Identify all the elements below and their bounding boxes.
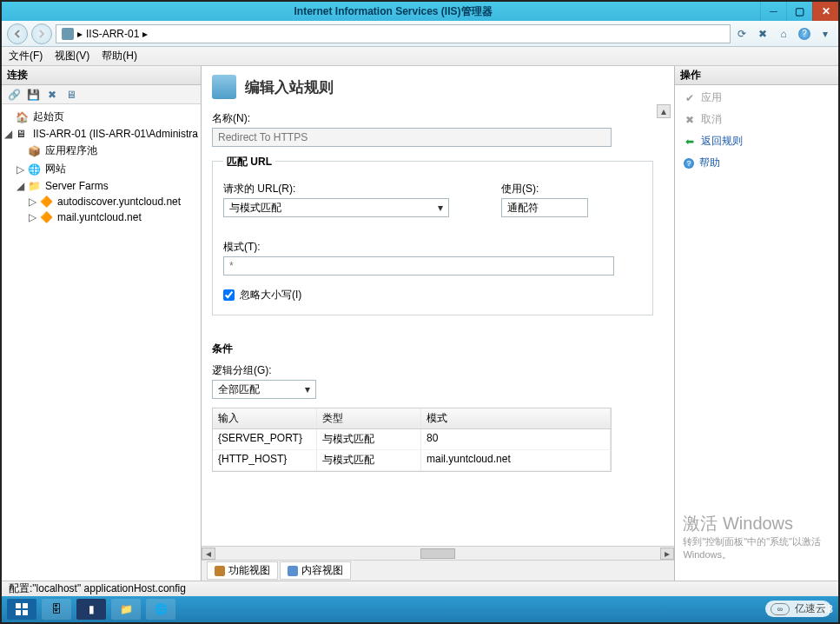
status-text: 配置:"localhost" applicationHost.config xyxy=(9,581,186,596)
view-tab-strip: 功能视图 内容视图 xyxy=(202,560,674,581)
stop-icon[interactable]: ✖ xyxy=(755,26,771,42)
nav-bar: ▸ IIS-ARR-01 ▸ ⟳ ✖ ⌂ ? ▾ xyxy=(2,21,838,47)
logical-grouping-select[interactable]: 全部匹配 ▾ xyxy=(212,380,316,399)
menu-file[interactable]: 文件(F) xyxy=(9,49,43,63)
nav-forward-button[interactable] xyxy=(31,23,52,44)
cell-type: 与模式匹配 xyxy=(317,429,421,449)
connections-toolbar: 🔗 💾 ✖ 🖥 xyxy=(2,85,201,104)
horizontal-scrollbar[interactable]: ◂ ▸ xyxy=(202,546,674,560)
refresh-tree-icon[interactable]: 🖥 xyxy=(64,88,78,102)
sites-icon: 🌐 xyxy=(28,163,42,176)
ignore-case-label: 忽略大小写(I) xyxy=(240,288,301,302)
select-value: 通配符 xyxy=(507,201,539,216)
svg-rect-0 xyxy=(16,603,21,608)
nav-help-icon[interactable]: ? xyxy=(797,26,812,42)
menu-help[interactable]: 帮助(H) xyxy=(102,49,137,63)
cell-input: {HTTP_HOST} xyxy=(213,450,317,470)
action-label: 帮助 xyxy=(699,156,720,170)
scroll-right-button[interactable]: ▸ xyxy=(660,548,674,560)
tree-farm-autodiscover[interactable]: ▷🔶 autodiscover.yuntcloud.net xyxy=(3,194,199,209)
pattern-label: 模式(T): xyxy=(223,240,642,255)
minimize-button[interactable]: ─ xyxy=(760,2,786,21)
using-select[interactable]: 通配符 xyxy=(501,198,588,217)
table-row[interactable]: {SERVER_PORT} 与模式匹配 80 xyxy=(213,429,611,450)
maximize-button[interactable]: ▢ xyxy=(786,2,812,21)
back-arrow-icon: ⬅ xyxy=(684,136,696,148)
taskbar-powershell[interactable]: ▮ xyxy=(76,599,106,620)
nav-back-button[interactable] xyxy=(7,23,28,44)
col-input[interactable]: 输入 xyxy=(213,408,317,428)
tab-label: 内容视图 xyxy=(301,563,343,578)
rule-name-input[interactable] xyxy=(212,128,612,147)
col-pattern[interactable]: 模式 xyxy=(421,408,611,428)
conditions-table: 输入 类型 模式 {SERVER_PORT} 与模式匹配 80 {HTTP_HO… xyxy=(212,408,612,472)
pattern-input[interactable] xyxy=(223,256,614,275)
start-button[interactable] xyxy=(7,599,36,620)
home-icon[interactable]: ⌂ xyxy=(776,26,791,42)
tree-server-node[interactable]: ◢🖥 IIS-ARR-01 (IIS-ARR-01\Administra xyxy=(3,126,199,142)
taskbar: 🗄 ▮ 📁 🌐 10:38 xyxy=(2,596,838,622)
brand-text: 亿速云 xyxy=(795,601,826,616)
tree-server-farms[interactable]: ◢📁 Server Farms xyxy=(3,178,199,194)
connections-panel: 连接 🔗 💾 ✖ 🖥 🏠 起始页 ◢🖥 IIS-ARR-01 (IIS-ARR-… xyxy=(2,66,202,581)
conditions-section: 条件 逻辑分组(G): 全部匹配 ▾ 输入 类型 模式 {SERVER_PORT… xyxy=(212,342,653,472)
taskbar-iis-manager[interactable]: 🌐 xyxy=(146,599,175,620)
refresh-icon[interactable]: ⟳ xyxy=(734,26,750,42)
apply-icon: ✔ xyxy=(684,92,696,104)
features-icon xyxy=(215,566,225,576)
brand-badge: ∞ 亿速云 xyxy=(765,601,831,617)
brand-logo-icon: ∞ xyxy=(771,603,790,615)
taskbar-server-manager[interactable]: 🗄 xyxy=(42,599,71,620)
tree-label: Server Farms xyxy=(45,180,109,192)
actions-header: 操作 xyxy=(675,66,838,85)
delete-icon[interactable]: ✖ xyxy=(45,88,59,102)
nav-dropdown-icon[interactable]: ▾ xyxy=(817,26,833,42)
scroll-up-button[interactable]: ▴ xyxy=(657,104,671,118)
content-icon xyxy=(288,566,298,576)
main-content: 编辑入站规则 ▴ 名称(N): 匹配 URL 请求的 URL(R): 与模式匹配… xyxy=(202,66,675,581)
form-area: ▴ 名称(N): 匹配 URL 请求的 URL(R): 与模式匹配 ▾ 使用(S… xyxy=(202,104,674,546)
table-row[interactable]: {HTTP_HOST} 与模式匹配 mail.yuntcloud.net xyxy=(213,450,611,471)
connections-tree: 🏠 起始页 ◢🖥 IIS-ARR-01 (IIS-ARR-01\Administ… xyxy=(2,104,201,581)
col-type[interactable]: 类型 xyxy=(317,408,421,428)
window-title: Internet Information Services (IIS)管理器 xyxy=(26,4,760,19)
cell-type: 与模式匹配 xyxy=(317,450,421,470)
close-button[interactable]: ✕ xyxy=(812,2,838,21)
startpage-icon: 🏠 xyxy=(16,111,30,123)
tree-start-page[interactable]: 🏠 起始页 xyxy=(3,108,199,126)
action-back-to-rules[interactable]: ⬅ 返回规则 xyxy=(684,134,830,149)
tree-farm-mail[interactable]: ▷🔶 mail.yuntcloud.net xyxy=(3,209,199,225)
breadcrumb-sep: ▸ xyxy=(77,28,83,40)
taskbar-explorer[interactable]: 📁 xyxy=(111,599,141,620)
tree-sites[interactable]: ▷🌐 网站 xyxy=(3,160,199,178)
tree-label: 网站 xyxy=(45,162,66,176)
action-help[interactable]: ? 帮助 xyxy=(684,156,830,170)
action-label: 应用 xyxy=(701,90,722,105)
farms-icon: 📁 xyxy=(28,180,42,192)
connections-header: 连接 xyxy=(2,66,201,85)
scroll-left-button[interactable]: ◂ xyxy=(202,548,215,560)
farm-icon: 🔶 xyxy=(40,196,54,208)
conditions-header: 条件 xyxy=(212,342,653,356)
status-bar: 配置:"localhost" applicationHost.config xyxy=(2,581,838,596)
scroll-thumb[interactable] xyxy=(420,548,455,559)
tab-features-view[interactable]: 功能视图 xyxy=(207,561,278,580)
tree-label: autodiscover.yuntcloud.net xyxy=(57,196,181,208)
breadcrumb[interactable]: ▸ IIS-ARR-01 ▸ xyxy=(56,24,731,43)
connect-icon[interactable]: 🔗 xyxy=(7,88,21,102)
tree-label: 应用程序池 xyxy=(45,143,97,158)
ignore-case-checkbox[interactable] xyxy=(223,289,235,301)
logical-grouping-label: 逻辑分组(G): xyxy=(212,363,653,378)
rule-icon xyxy=(212,75,236,99)
select-value: 全部匹配 xyxy=(218,382,260,397)
menu-view[interactable]: 视图(V) xyxy=(55,49,89,63)
tree-app-pools[interactable]: 📦 应用程序池 xyxy=(3,142,199,160)
save-icon[interactable]: 💾 xyxy=(26,88,40,102)
tree-label: IIS-ARR-01 (IIS-ARR-01\Administra xyxy=(33,128,198,140)
svg-rect-2 xyxy=(16,610,21,615)
requested-url-select[interactable]: 与模式匹配 ▾ xyxy=(223,198,449,217)
match-url-legend: 匹配 URL xyxy=(223,155,275,169)
tab-content-view[interactable]: 内容视图 xyxy=(280,561,351,580)
action-label: 取消 xyxy=(701,112,722,127)
cancel-icon: ✖ xyxy=(684,114,696,126)
